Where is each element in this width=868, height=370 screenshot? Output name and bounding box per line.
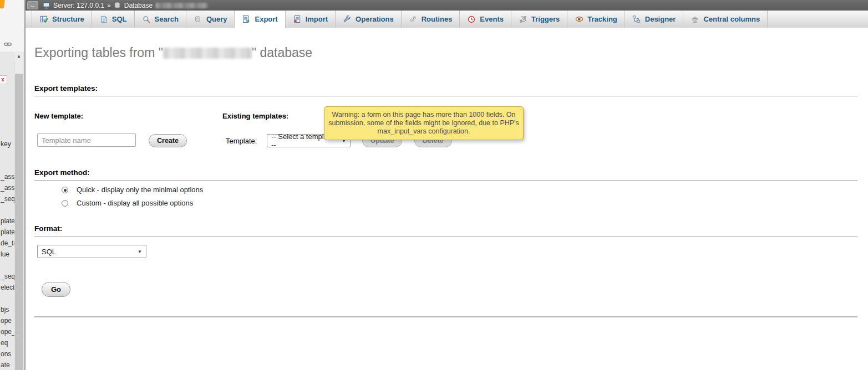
sidebar-table-fragment[interactable]: _seq	[1, 273, 15, 280]
tab-triggers[interactable]: Triggers	[511, 11, 567, 28]
tab-designer-label: Designer	[645, 15, 676, 23]
operations-icon	[343, 15, 352, 24]
sidebar-table-fragment[interactable]: ate	[1, 361, 10, 369]
sidebar-table-fragment[interactable]: ons	[1, 350, 11, 358]
sidebar-table-fragment[interactable]: lue	[1, 250, 9, 258]
triggers-icon	[519, 15, 527, 24]
tab-sql-label: SQL	[112, 15, 127, 23]
central-columns-icon	[691, 15, 699, 24]
radio-custom-label: Custom - display all possible options	[77, 199, 193, 207]
navigation-sidebar: x key_ass_ass_seqplateplate_de_talue_seq…	[0, 0, 24, 370]
sidebar-table-fragment[interactable]: _ass	[1, 184, 14, 192]
create-template-button[interactable]: Create	[149, 134, 187, 147]
tab-tracking-label: Tracking	[587, 15, 617, 23]
sidebar-header	[0, 0, 24, 52]
tab-bar: Structure SQL Search Query Export Import…	[26, 11, 868, 28]
tab-operations[interactable]: Operations	[336, 11, 402, 28]
sidebar-table-fragment[interactable]: plate	[1, 217, 15, 225]
designer-icon	[632, 15, 641, 24]
sidebar-table-fragment[interactable]: _seq	[1, 195, 15, 203]
clear-filter-button[interactable]: x	[0, 75, 7, 84]
go-button[interactable]: Go	[42, 282, 70, 297]
radio-quick-label: Quick - display only the minimal options	[77, 186, 203, 194]
export-method-heading: Export method:	[34, 168, 857, 181]
breadcrumb-database-link[interactable]: Database	[124, 2, 153, 9]
import-icon	[293, 15, 302, 24]
tab-sql[interactable]: SQL	[92, 11, 135, 28]
tab-structure[interactable]: Structure	[32, 11, 92, 28]
tab-central-columns-label: Central columns	[703, 15, 760, 23]
link-icon	[3, 40, 12, 49]
phpmyadmin-export-page: x key_ass_ass_seqplateplate_de_talue_seq…	[0, 0, 868, 370]
export-templates-heading: Export templates:	[34, 84, 857, 96]
sidebar-table-fragment[interactable]: bjs	[1, 306, 9, 314]
export-method-quick-option[interactable]: Quick - display only the minimal options	[62, 186, 203, 194]
new-template-label: New template:	[34, 112, 83, 120]
page-title: Exporting tables from "" database	[34, 45, 312, 60]
monitor-icon	[43, 2, 50, 9]
max-input-vars-warning: Warning: a form on this page has more th…	[324, 106, 524, 140]
tab-events-label: Events	[480, 15, 504, 23]
format-select[interactable]: SQL ▼	[37, 245, 146, 258]
radio-custom[interactable]	[62, 200, 68, 207]
sidebar-table-fragment[interactable]: eq	[1, 339, 8, 347]
existing-templates-label: Existing templates:	[222, 112, 288, 120]
format-select-value: SQL	[42, 248, 56, 256]
section-divider	[34, 316, 857, 317]
chevron-down-icon: ▼	[138, 249, 142, 254]
sidebar-table-fragment[interactable]: elect	[1, 284, 14, 291]
tab-central-columns[interactable]: Central columns	[683, 11, 768, 28]
sidebar-table-fragment[interactable]: key	[1, 140, 11, 148]
radio-quick[interactable]	[62, 187, 68, 193]
back-button[interactable]: ←	[27, 1, 38, 9]
export-method-custom-option[interactable]: Custom - display all possible options	[62, 199, 193, 207]
routines-icon	[409, 15, 418, 24]
breadcrumb-server-link[interactable]: Server: 127.0.0.1	[53, 2, 104, 9]
breadcrumb-separator: »	[107, 2, 111, 9]
tab-export-label: Export	[255, 15, 277, 23]
structure-icon	[39, 15, 48, 24]
tracking-icon	[575, 15, 583, 24]
template-name-input[interactable]	[37, 133, 136, 147]
breadcrumb: Server: 127.0.0.1 » Database	[43, 0, 208, 11]
page-title-prefix: Exporting tables from "	[34, 45, 163, 60]
format-heading: Format:	[34, 224, 857, 237]
sidebar-table-fragment[interactable]: ope	[1, 317, 12, 325]
tab-search[interactable]: Search	[135, 11, 186, 28]
tab-query-label: Query	[206, 15, 227, 23]
export-icon	[242, 15, 251, 24]
tab-import[interactable]: Import	[286, 11, 336, 28]
sidebar-table-fragment[interactable]: _ass	[1, 173, 14, 181]
tab-events[interactable]: Events	[460, 11, 511, 28]
export-content: Exporting tables from "" database Export…	[26, 28, 868, 370]
database-icon	[114, 2, 121, 9]
tab-search-label: Search	[155, 15, 179, 23]
tab-routines-label: Routines	[422, 15, 453, 23]
redacted-database-name-title	[163, 48, 252, 59]
page-title-suffix: " database	[252, 45, 312, 60]
redacted-database-name	[155, 3, 208, 8]
scroll-up-icon[interactable]: ▲	[14, 52, 23, 61]
tab-tracking[interactable]: Tracking	[567, 11, 625, 28]
tab-designer[interactable]: Designer	[625, 11, 684, 28]
tab-routines[interactable]: Routines	[402, 11, 460, 28]
query-icon	[194, 15, 202, 24]
tab-query[interactable]: Query	[186, 11, 235, 28]
sidebar-table-fragment[interactable]: ope_	[1, 328, 16, 336]
sql-icon	[99, 15, 108, 24]
search-icon	[142, 15, 151, 24]
template-label: Template:	[226, 137, 257, 145]
tab-structure-label: Structure	[52, 15, 84, 23]
tab-import-label: Import	[306, 15, 328, 23]
tab-triggers-label: Triggers	[531, 15, 560, 23]
tab-export[interactable]: Export	[235, 11, 285, 28]
sidebar-scrollbar-thumb[interactable]	[15, 74, 23, 370]
server-breadcrumb-bar: ← Server: 127.0.0.1 » Database	[26, 0, 868, 11]
phpmyadmin-logo	[0, 0, 5, 9]
events-icon	[467, 15, 476, 24]
tab-operations-label: Operations	[356, 15, 394, 23]
